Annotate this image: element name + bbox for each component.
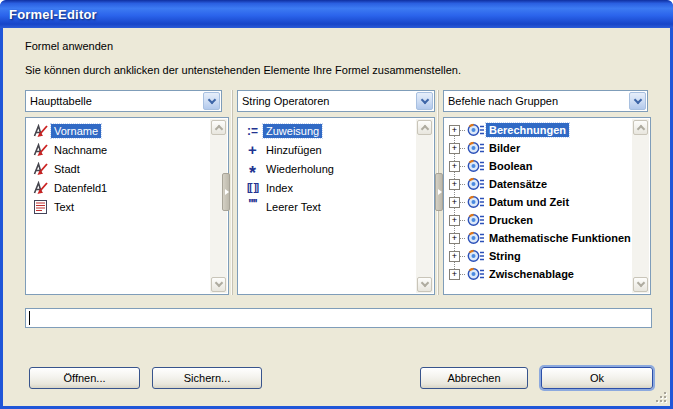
list-item[interactable]: ''''Leerer Text: [239, 197, 416, 216]
splitter-handle[interactable]: [222, 173, 230, 211]
cancel-button[interactable]: Abbrechen: [420, 367, 528, 389]
expand-plus-icon[interactable]: +: [449, 197, 460, 208]
field-icon: [30, 181, 51, 195]
list-item[interactable]: Vorname: [27, 121, 210, 140]
assign-icon: :=: [242, 126, 263, 136]
instruction-text: Sie können durch anklicken der untensteh…: [25, 64, 461, 76]
operators-dropdown[interactable]: String Operatoren: [237, 90, 435, 112]
function-group-icon: [466, 159, 486, 173]
field-icon: [30, 124, 51, 138]
function-group-icon: [466, 231, 486, 245]
tree-item[interactable]: +Berechnungen: [445, 121, 632, 139]
index-icon: [[ ]]: [242, 183, 263, 193]
function-group-icon: [466, 249, 486, 263]
tree-connector: [460, 256, 465, 257]
chevron-down-icon[interactable]: [203, 92, 220, 110]
fields-list[interactable]: VornameNachnameStadtDatenfeld1Text: [25, 117, 229, 295]
open-button[interactable]: Öffnen...: [29, 367, 140, 389]
tree-item[interactable]: +Mathematische Funktionen: [445, 229, 632, 247]
list-item[interactable]: Stadt: [27, 159, 210, 178]
plus-icon: +: [242, 145, 263, 155]
scroll-down-icon[interactable]: [633, 277, 648, 292]
list-item[interactable]: +Hinzufügen: [239, 140, 416, 159]
command-groups-tree[interactable]: +Berechnungen+Bilder+Boolean+Datensätze+…: [443, 117, 651, 295]
tree-connector: [460, 220, 465, 221]
formel-editor-dialog: Formel-Editor Formel anwenden Sie können…: [0, 0, 673, 409]
chevron-down-icon[interactable]: [416, 92, 433, 110]
ok-button[interactable]: Ok: [541, 367, 653, 389]
expand-plus-icon[interactable]: +: [449, 251, 460, 262]
text-block-icon: [30, 200, 51, 214]
function-group-icon: [466, 123, 486, 137]
column-separator: [231, 90, 233, 295]
scroll-up-icon[interactable]: [417, 120, 432, 135]
function-group-icon: [466, 213, 486, 227]
form-title: Formel anwenden: [25, 40, 113, 52]
tree-item[interactable]: +Zwischenablage: [445, 265, 632, 283]
expand-plus-icon[interactable]: +: [449, 125, 460, 136]
tree-connector: [460, 184, 465, 185]
expand-plus-icon[interactable]: +: [449, 233, 460, 244]
empty-text-icon: '''': [242, 202, 263, 212]
text-caret: [29, 311, 30, 325]
tree-item[interactable]: +Drucken: [445, 211, 632, 229]
tree-connector: [460, 148, 465, 149]
formula-input[interactable]: [25, 308, 652, 328]
list-item[interactable]: *Wiederholung: [239, 159, 416, 178]
list-item[interactable]: Datenfeld1: [27, 178, 210, 197]
table-dropdown-value: Haupttabelle: [26, 95, 203, 107]
table-dropdown[interactable]: Haupttabelle: [25, 90, 222, 112]
expand-plus-icon[interactable]: +: [449, 161, 460, 172]
scroll-down-icon[interactable]: [417, 277, 432, 292]
expand-plus-icon[interactable]: +: [449, 143, 460, 154]
titlebar[interactable]: Formel-Editor: [0, 0, 673, 28]
function-group-icon: [466, 177, 486, 191]
commands-dropdown[interactable]: Befehle nach Gruppen: [443, 90, 648, 112]
list-item[interactable]: [[ ]]Index: [239, 178, 416, 197]
commands-dropdown-value: Befehle nach Gruppen: [444, 95, 629, 107]
function-group-icon: [466, 267, 486, 281]
list-item[interactable]: Text: [27, 197, 210, 216]
operators-dropdown-value: String Operatoren: [238, 95, 416, 107]
expand-plus-icon[interactable]: +: [449, 215, 460, 226]
list-item[interactable]: :=Zuweisung: [239, 121, 416, 140]
resize-grip-icon[interactable]: [654, 390, 667, 403]
tree-item[interactable]: +String: [445, 247, 632, 265]
dialog-body: Formel anwenden Sie können durch anklick…: [3, 28, 670, 406]
operators-list-scrollbar[interactable]: [416, 119, 433, 293]
field-icon: [30, 162, 51, 176]
function-group-icon: [466, 195, 486, 209]
tree-connector: [460, 130, 465, 131]
tree-item[interactable]: +Datum und Zeit: [445, 193, 632, 211]
splitter-handle[interactable]: [435, 173, 443, 211]
save-button[interactable]: Sichern...: [152, 367, 262, 389]
chevron-down-icon[interactable]: [629, 92, 646, 110]
repeat-icon: *: [242, 164, 263, 174]
expand-plus-icon[interactable]: +: [449, 269, 460, 280]
tree-item[interactable]: +Bilder: [445, 139, 632, 157]
command-groups-scrollbar[interactable]: [632, 119, 649, 293]
operators-list[interactable]: :=Zuweisung+Hinzufügen*Wiederholung[[ ]]…: [237, 117, 435, 295]
expand-plus-icon[interactable]: +: [449, 179, 460, 190]
tree-item[interactable]: +Boolean: [445, 157, 632, 175]
tree-item[interactable]: +Datensätze: [445, 175, 632, 193]
tree-connector: [460, 202, 465, 203]
function-group-icon: [466, 141, 486, 155]
window-title: Formel-Editor: [9, 7, 97, 22]
scroll-down-icon[interactable]: [211, 277, 226, 292]
scroll-up-icon[interactable]: [633, 120, 648, 135]
tree-connector: [460, 238, 465, 239]
scroll-up-icon[interactable]: [211, 120, 226, 135]
field-icon: [30, 143, 51, 157]
list-item[interactable]: Nachname: [27, 140, 210, 159]
tree-connector: [460, 166, 465, 167]
tree-connector: [460, 274, 465, 275]
